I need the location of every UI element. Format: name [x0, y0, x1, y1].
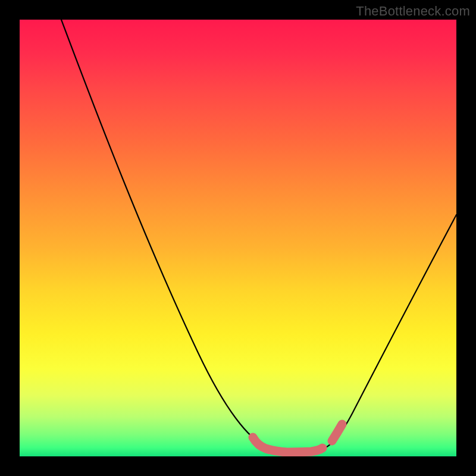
curve-overlay	[20, 20, 456, 456]
optimal-zone-highlight-tail	[332, 424, 342, 441]
optimal-zone-highlight	[253, 437, 322, 452]
bottleneck-curve	[61, 20, 456, 452]
plot-area	[20, 20, 456, 456]
watermark-text: TheBottleneck.com	[356, 4, 470, 19]
chart-frame: TheBottleneck.com	[0, 0, 476, 476]
